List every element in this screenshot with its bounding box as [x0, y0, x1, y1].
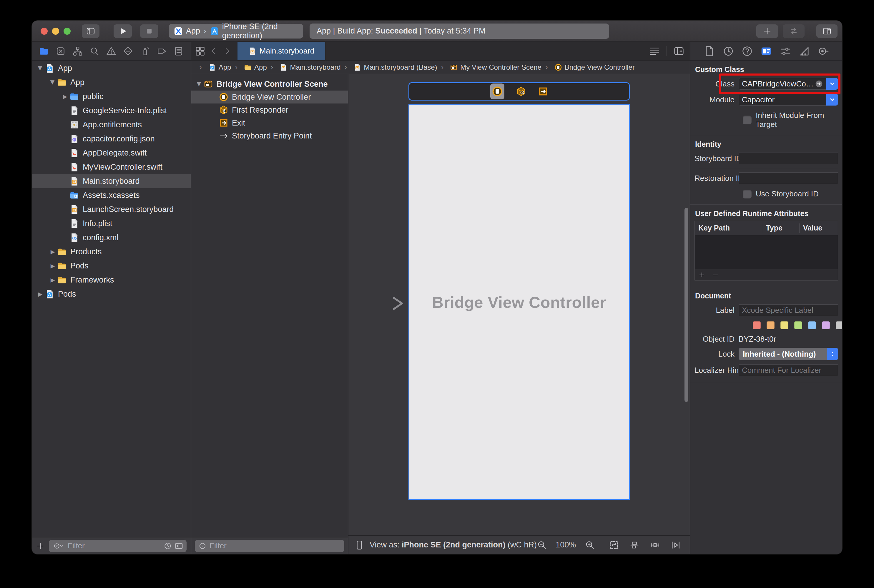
editor-options-icon[interactable]: [649, 46, 660, 57]
file-tree-row[interactable]: ▶ Info.plist: [32, 216, 191, 231]
help-inspector-tab[interactable]: [741, 45, 753, 57]
source-control-navigator-tab[interactable]: [56, 46, 66, 56]
add-constraints-icon[interactable]: [650, 540, 660, 550]
forward-chevron-icon[interactable]: [223, 47, 231, 56]
file-tree-row[interactable]: ▶ MyViewController.swift: [32, 160, 191, 174]
file-tree-row[interactable]: ▶ LaunchScreen.storyboard: [32, 202, 191, 216]
file-tree-row[interactable]: ▶ capacitor.config.json: [32, 132, 191, 146]
report-navigator-tab[interactable]: [174, 46, 184, 56]
back-chevron-icon[interactable]: [209, 47, 218, 56]
breakpoint-navigator-tab[interactable]: [157, 46, 167, 56]
runtime-attributes-empty-body[interactable]: [695, 235, 838, 269]
add-editor-icon[interactable]: [673, 46, 684, 57]
localizer-hint-field[interactable]: Comment For Localizer: [739, 364, 838, 376]
disclosure-triangle-icon[interactable]: ▶: [196, 80, 203, 88]
disclosure-triangle-icon[interactable]: ▶: [50, 78, 56, 87]
outline-row[interactable]: ▶ Exit: [191, 116, 348, 129]
file-tree-row[interactable]: ▶ config.xml: [32, 231, 191, 244]
toggle-navigator-button[interactable]: [82, 24, 99, 38]
outline-row[interactable]: ▶ 1 First Responder: [191, 104, 348, 116]
close-window-button[interactable]: [41, 28, 48, 35]
add-file-icon[interactable]: [36, 542, 45, 550]
remove-attribute-button[interactable]: [712, 272, 719, 278]
restoration-id-field[interactable]: [739, 172, 838, 184]
disclosure-triangle-icon[interactable]: ▶: [48, 248, 57, 255]
file-tree-row[interactable]: ▶ App: [32, 61, 191, 75]
project-navigator-tab[interactable]: [39, 46, 49, 56]
attributes-inspector-tab[interactable]: [779, 45, 791, 57]
file-tree-row[interactable]: ▶ Assets.xcassets: [32, 188, 191, 202]
jump-to-class-icon[interactable]: [815, 80, 823, 88]
file-tree-row[interactable]: ▶ App: [32, 75, 191, 89]
breadcrumb[interactable]: App: [196, 63, 231, 72]
code-review-button[interactable]: [783, 24, 805, 38]
file-inspector-tab[interactable]: [703, 45, 715, 57]
canvas-content[interactable]: 1 Bridge View Controller: [348, 74, 690, 536]
library-button[interactable]: [756, 24, 778, 38]
inherit-module-checkbox[interactable]: [743, 116, 752, 124]
debug-navigator-tab[interactable]: [140, 46, 150, 56]
color-swatch[interactable]: [781, 321, 788, 329]
issue-navigator-tab[interactable]: [106, 46, 116, 56]
test-navigator-tab[interactable]: [123, 46, 133, 56]
disclosure-triangle-icon[interactable]: ▶: [36, 291, 45, 297]
file-tree-row[interactable]: ▶ Pods: [32, 287, 191, 301]
breadcrumb[interactable]: Main.storyboard (Base): [341, 63, 437, 72]
view-as-control[interactable]: View as: iPhone SE (2nd generation) (wC …: [370, 540, 537, 549]
zoom-out-icon[interactable]: [537, 540, 547, 550]
fullscreen-window-button[interactable]: [63, 28, 71, 35]
file-tree-row[interactable]: ▶ GoogleService-Info.plist: [32, 104, 191, 118]
toggle-inspectors-button[interactable]: [816, 24, 838, 38]
disclosure-triangle-icon[interactable]: ▶: [48, 262, 57, 269]
resolve-autolayout-icon[interactable]: [671, 540, 681, 550]
update-frames-icon[interactable]: [609, 540, 619, 550]
zoom-in-icon[interactable]: [585, 540, 595, 550]
outline-row[interactable]: ▶ Storyboard Entry Point: [191, 129, 348, 142]
exit-icon[interactable]: [538, 86, 548, 96]
outline-row[interactable]: ▶ Bridge View Controller: [191, 90, 348, 104]
identity-inspector-tab-active[interactable]: [760, 45, 772, 57]
color-swatch[interactable]: [808, 321, 816, 329]
size-inspector-tab[interactable]: [798, 45, 810, 57]
device-icon[interactable]: [354, 539, 364, 551]
breadcrumb[interactable]: Main.storyboard: [267, 63, 341, 72]
lock-popup[interactable]: Inherited - (Nothing): [739, 348, 838, 360]
dock-view-controller-selected[interactable]: [490, 84, 504, 99]
zoom-level[interactable]: 100%: [556, 540, 576, 549]
color-swatch[interactable]: [836, 321, 842, 329]
color-swatch[interactable]: [767, 321, 775, 329]
disclosure-triangle-icon[interactable]: ▶: [48, 277, 57, 284]
add-attribute-button[interactable]: [698, 272, 706, 278]
connections-inspector-tab[interactable]: [817, 45, 829, 57]
view-controller-frame[interactable]: Bridge View Controller: [408, 104, 630, 500]
breadcrumb[interactable]: App: [231, 63, 266, 72]
file-tree-row[interactable]: ▶ Main.storyboard: [32, 174, 191, 188]
module-field[interactable]: Capacitor: [739, 94, 826, 105]
outline-filter-field[interactable]: Filter: [195, 540, 344, 552]
stop-button[interactable]: [140, 24, 158, 38]
related-items-icon[interactable]: [195, 46, 205, 57]
file-tree-row[interactable]: ▶ public: [32, 89, 191, 104]
file-tree-row[interactable]: ▶ Pods: [32, 259, 191, 273]
scm-status-filter-icon[interactable]: [175, 542, 183, 550]
file-tree-row[interactable]: ▶ App.entitlements: [32, 118, 191, 132]
storyboard-id-field[interactable]: [739, 153, 838, 164]
color-swatch[interactable]: [753, 321, 761, 329]
use-storyboard-id-checkbox[interactable]: [743, 190, 752, 198]
navigator-filter-field[interactable]: Filter: [49, 540, 187, 552]
color-swatch[interactable]: [822, 321, 830, 329]
symbol-navigator-tab[interactable]: [73, 46, 83, 56]
history-inspector-tab[interactable]: [722, 45, 734, 57]
canvas-scrollbar-thumb[interactable]: [684, 208, 688, 402]
disclosure-triangle-icon[interactable]: ▶: [37, 64, 44, 73]
xcode-label-field[interactable]: Xcode Specific Label: [739, 304, 838, 316]
class-field[interactable]: CAPBridgeViewControl…: [739, 78, 826, 90]
module-dropdown-button[interactable]: [826, 94, 838, 105]
recent-files-icon[interactable]: [164, 542, 172, 550]
find-navigator-tab[interactable]: [89, 46, 99, 56]
align-icon[interactable]: [629, 540, 639, 550]
tab-main-storyboard[interactable]: Main.storyboard: [237, 42, 325, 60]
outline-row[interactable]: ▶ Bridge View Controller Scene: [191, 78, 348, 90]
color-swatch[interactable]: [794, 321, 802, 329]
run-button[interactable]: [114, 24, 132, 38]
